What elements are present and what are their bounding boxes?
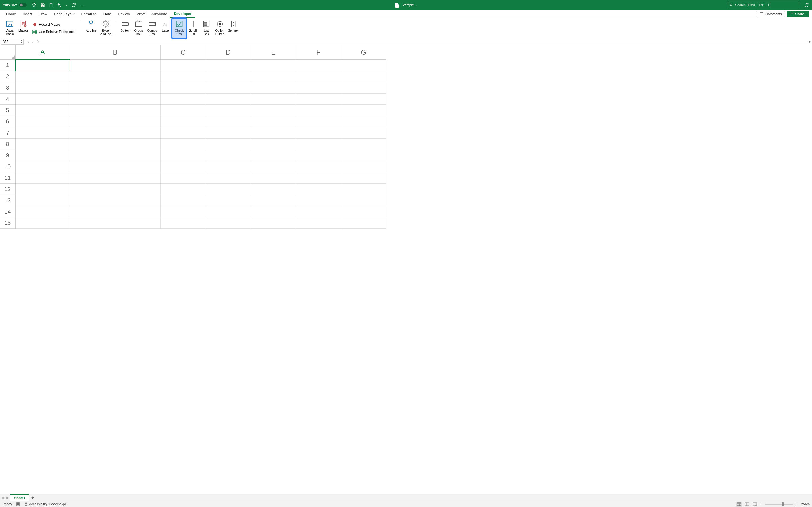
tab-home[interactable]: Home: [3, 10, 19, 18]
col-header[interactable]: A: [15, 45, 70, 60]
cell[interactable]: [341, 71, 386, 82]
cell[interactable]: [296, 82, 341, 94]
chevron-down-icon[interactable]: ▾: [805, 13, 806, 15]
row-header[interactable]: 11: [0, 172, 15, 184]
cell[interactable]: [161, 217, 206, 229]
col-header[interactable]: G: [341, 45, 386, 60]
cell[interactable]: [70, 217, 161, 229]
cell[interactable]: [296, 105, 341, 116]
cell[interactable]: [341, 217, 386, 229]
cell[interactable]: [251, 138, 296, 150]
select-all-triangle[interactable]: [0, 45, 15, 60]
col-header[interactable]: E: [251, 45, 296, 60]
normal-view-button[interactable]: [735, 502, 742, 507]
row-header[interactable]: 4: [0, 94, 15, 105]
cell[interactable]: [251, 94, 296, 105]
clipboard-icon[interactable]: [49, 3, 54, 8]
formula-input[interactable]: [42, 39, 808, 45]
cell[interactable]: [70, 138, 161, 150]
privacy-icon[interactable]: [804, 2, 809, 8]
spinner-button[interactable]: Spinner: [227, 19, 239, 37]
more-icon[interactable]: [80, 3, 85, 8]
redo-icon[interactable]: [71, 3, 76, 8]
tab-insert[interactable]: Insert: [19, 10, 36, 18]
cell[interactable]: [296, 172, 341, 184]
cell[interactable]: [341, 161, 386, 172]
macros-button[interactable]: Macros: [17, 19, 29, 37]
cell[interactable]: [70, 82, 161, 94]
comments-button[interactable]: Comments: [756, 11, 785, 17]
search-input[interactable]: [735, 3, 798, 7]
namebox-down-icon[interactable]: ▼: [20, 42, 23, 44]
cell[interactable]: [206, 116, 251, 127]
cell[interactable]: [206, 150, 251, 161]
excel-add-ins-button[interactable]: Excel Add-ins: [99, 19, 112, 37]
cell[interactable]: [70, 150, 161, 161]
cell[interactable]: [251, 105, 296, 116]
cell[interactable]: [251, 217, 296, 229]
zoom-slider[interactable]: [765, 504, 793, 505]
tab-draw[interactable]: Draw: [35, 10, 50, 18]
home-icon[interactable]: [32, 3, 37, 8]
namebox-up-icon[interactable]: ▲: [20, 39, 23, 42]
cell[interactable]: [341, 105, 386, 116]
button-button[interactable]: Button: [119, 19, 131, 37]
cell[interactable]: [251, 82, 296, 94]
cell[interactable]: [161, 116, 206, 127]
cell[interactable]: [15, 82, 70, 94]
cell[interactable]: [15, 161, 70, 172]
cell[interactable]: [341, 116, 386, 127]
share-button[interactable]: Share ▾: [787, 11, 809, 17]
cell[interactable]: [161, 82, 206, 94]
cell[interactable]: [161, 127, 206, 138]
cell[interactable]: [296, 195, 341, 206]
cell[interactable]: [206, 184, 251, 195]
zoom-out-button[interactable]: −: [759, 502, 763, 506]
cell[interactable]: [341, 127, 386, 138]
cell[interactable]: [206, 71, 251, 82]
cell[interactable]: [206, 127, 251, 138]
cell[interactable]: [296, 71, 341, 82]
cell[interactable]: [341, 206, 386, 217]
cell[interactable]: [296, 150, 341, 161]
cell[interactable]: [206, 195, 251, 206]
cell[interactable]: [296, 184, 341, 195]
label-button[interactable]: AaLabel: [160, 19, 172, 37]
cell[interactable]: [161, 105, 206, 116]
record-macro-button[interactable]: Record Macro: [31, 21, 78, 27]
group-box-button[interactable]: XYZGroup Box: [133, 19, 145, 37]
enter-icon[interactable]: ✓: [32, 40, 35, 44]
cell[interactable]: [341, 195, 386, 206]
cancel-icon[interactable]: ✕: [27, 40, 29, 44]
row-header[interactable]: 2: [0, 71, 15, 82]
cell[interactable]: [15, 217, 70, 229]
cell[interactable]: [15, 71, 70, 82]
visual-basic-button[interactable]: Visual Basic: [4, 19, 16, 37]
combo-box-button[interactable]: Combo Box: [146, 19, 158, 37]
fx-icon[interactable]: fx: [37, 40, 39, 44]
cell[interactable]: [251, 150, 296, 161]
save-icon[interactable]: [40, 3, 45, 8]
col-header[interactable]: D: [206, 45, 251, 60]
col-header[interactable]: B: [70, 45, 161, 60]
page-layout-view-button[interactable]: [744, 502, 750, 507]
cell[interactable]: [341, 184, 386, 195]
undo-dropdown-icon[interactable]: [65, 3, 68, 8]
sheet-nav-left-icon[interactable]: ◀: [0, 496, 5, 500]
row-header[interactable]: 7: [0, 127, 15, 138]
tab-automate[interactable]: Automate: [148, 10, 170, 18]
cell[interactable]: [161, 161, 206, 172]
macro-status-icon[interactable]: [16, 502, 20, 506]
cell[interactable]: [296, 206, 341, 217]
cell[interactable]: [70, 60, 161, 71]
col-header[interactable]: F: [296, 45, 341, 60]
cell[interactable]: [251, 195, 296, 206]
cell[interactable]: [161, 71, 206, 82]
cell[interactable]: [341, 60, 386, 71]
cell[interactable]: [15, 172, 70, 184]
cell[interactable]: [70, 94, 161, 105]
cell[interactable]: [70, 184, 161, 195]
zoom-in-button[interactable]: +: [794, 502, 798, 506]
cell[interactable]: [15, 195, 70, 206]
cell[interactable]: [206, 206, 251, 217]
